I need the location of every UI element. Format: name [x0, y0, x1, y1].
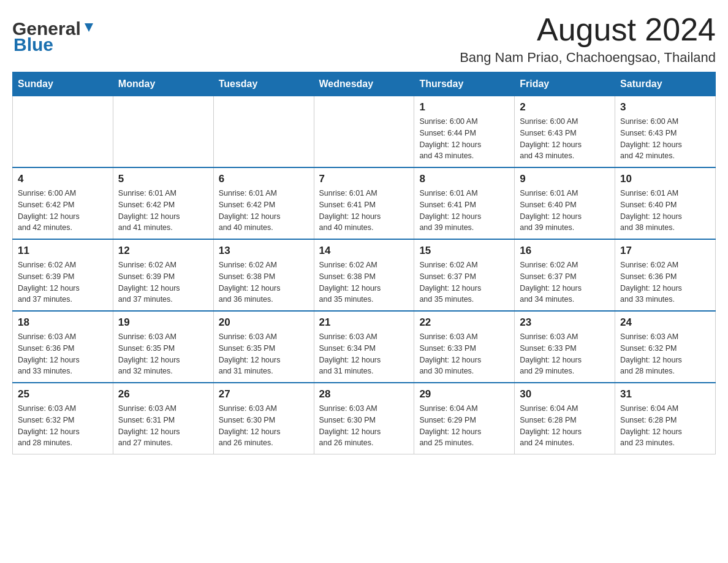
day-info: Sunrise: 6:03 AMSunset: 6:31 PMDaylight:…: [118, 403, 208, 449]
day-info: Sunrise: 6:01 AMSunset: 6:40 PMDaylight:…: [520, 188, 610, 234]
col-monday: Monday: [113, 72, 213, 96]
week-row-3: 11Sunrise: 6:02 AMSunset: 6:39 PMDayligh…: [13, 239, 716, 311]
day-number: 2: [520, 101, 610, 113]
day-info: Sunrise: 6:03 AMSunset: 6:33 PMDaylight:…: [419, 331, 509, 377]
day-number: 9: [520, 173, 610, 185]
day-info: Sunrise: 6:04 AMSunset: 6:29 PMDaylight:…: [419, 403, 509, 449]
day-cell-1-2: 6Sunrise: 6:01 AMSunset: 6:42 PMDaylight…: [213, 167, 314, 239]
day-info: Sunrise: 6:00 AMSunset: 6:43 PMDaylight:…: [620, 116, 710, 162]
day-cell-2-4: 15Sunrise: 6:02 AMSunset: 6:37 PMDayligh…: [414, 239, 515, 311]
day-info: Sunrise: 6:02 AMSunset: 6:38 PMDaylight:…: [319, 259, 409, 305]
day-info: Sunrise: 6:02 AMSunset: 6:38 PMDaylight:…: [219, 259, 309, 305]
day-info: Sunrise: 6:03 AMSunset: 6:30 PMDaylight:…: [219, 403, 309, 449]
day-number: 22: [419, 316, 509, 329]
day-number: 27: [219, 388, 309, 400]
day-cell-1-5: 9Sunrise: 6:01 AMSunset: 6:40 PMDaylight…: [515, 167, 615, 239]
day-info: Sunrise: 6:03 AMSunset: 6:35 PMDaylight:…: [219, 331, 309, 377]
day-cell-2-3: 14Sunrise: 6:02 AMSunset: 6:38 PMDayligh…: [314, 239, 414, 311]
day-info: Sunrise: 6:02 AMSunset: 6:37 PMDaylight:…: [520, 259, 610, 305]
week-row-5: 25Sunrise: 6:03 AMSunset: 6:32 PMDayligh…: [13, 383, 716, 454]
logo-blue-text: Blue: [13, 34, 53, 55]
day-info: Sunrise: 6:01 AMSunset: 6:42 PMDaylight:…: [219, 188, 309, 234]
day-number: 28: [319, 388, 409, 400]
day-info: Sunrise: 6:03 AMSunset: 6:33 PMDaylight:…: [520, 331, 610, 377]
day-number: 3: [620, 101, 710, 113]
day-number: 5: [118, 173, 208, 185]
day-cell-2-0: 11Sunrise: 6:02 AMSunset: 6:39 PMDayligh…: [13, 239, 113, 311]
day-cell-2-2: 13Sunrise: 6:02 AMSunset: 6:38 PMDayligh…: [213, 239, 314, 311]
day-number: 16: [520, 245, 610, 257]
day-cell-1-4: 8Sunrise: 6:01 AMSunset: 6:41 PMDaylight…: [414, 167, 515, 239]
day-number: 30: [520, 388, 610, 400]
day-number: 8: [419, 173, 509, 185]
day-cell-1-6: 10Sunrise: 6:01 AMSunset: 6:40 PMDayligh…: [615, 167, 716, 239]
day-cell-4-5: 30Sunrise: 6:04 AMSunset: 6:28 PMDayligh…: [515, 383, 615, 454]
day-info: Sunrise: 6:03 AMSunset: 6:34 PMDaylight:…: [319, 331, 409, 377]
day-info: Sunrise: 6:02 AMSunset: 6:39 PMDaylight:…: [18, 259, 108, 305]
col-wednesday: Wednesday: [314, 72, 414, 96]
day-cell-4-2: 27Sunrise: 6:03 AMSunset: 6:30 PMDayligh…: [213, 383, 314, 454]
day-cell-3-1: 19Sunrise: 6:03 AMSunset: 6:35 PMDayligh…: [113, 311, 213, 383]
day-number: 23: [520, 316, 610, 329]
day-cell-4-6: 31Sunrise: 6:04 AMSunset: 6:28 PMDayligh…: [615, 383, 716, 454]
col-thursday: Thursday: [414, 72, 515, 96]
day-cell-2-6: 17Sunrise: 6:02 AMSunset: 6:36 PMDayligh…: [615, 239, 716, 311]
day-cell-0-3: [314, 96, 414, 168]
day-cell-0-6: 3Sunrise: 6:00 AMSunset: 6:43 PMDaylight…: [615, 96, 716, 168]
col-friday: Friday: [515, 72, 615, 96]
title-area: August 2024 Bang Nam Priao, Chachoengsao…: [460, 12, 716, 66]
day-cell-0-2: [213, 96, 314, 168]
day-info: Sunrise: 6:03 AMSunset: 6:30 PMDaylight:…: [319, 403, 409, 449]
svg-marker-0: [85, 23, 93, 32]
day-info: Sunrise: 6:03 AMSunset: 6:32 PMDaylight:…: [620, 331, 710, 377]
day-cell-1-0: 4Sunrise: 6:00 AMSunset: 6:42 PMDaylight…: [13, 167, 113, 239]
day-cell-1-1: 5Sunrise: 6:01 AMSunset: 6:42 PMDaylight…: [113, 167, 213, 239]
day-cell-3-3: 21Sunrise: 6:03 AMSunset: 6:34 PMDayligh…: [314, 311, 414, 383]
day-info: Sunrise: 6:00 AMSunset: 6:43 PMDaylight:…: [520, 116, 610, 162]
day-info: Sunrise: 6:04 AMSunset: 6:28 PMDaylight:…: [620, 403, 710, 449]
day-number: 6: [219, 173, 309, 185]
day-number: 1: [419, 101, 509, 113]
day-info: Sunrise: 6:03 AMSunset: 6:35 PMDaylight:…: [118, 331, 208, 377]
day-cell-4-1: 26Sunrise: 6:03 AMSunset: 6:31 PMDayligh…: [113, 383, 213, 454]
day-number: 26: [118, 388, 208, 400]
day-number: 17: [620, 245, 710, 257]
day-cell-0-5: 2Sunrise: 6:00 AMSunset: 6:43 PMDaylight…: [515, 96, 615, 168]
day-info: Sunrise: 6:02 AMSunset: 6:39 PMDaylight:…: [118, 259, 208, 305]
day-info: Sunrise: 6:04 AMSunset: 6:28 PMDaylight:…: [520, 403, 610, 449]
day-info: Sunrise: 6:00 AMSunset: 6:44 PMDaylight:…: [419, 116, 509, 162]
day-info: Sunrise: 6:00 AMSunset: 6:42 PMDaylight:…: [18, 188, 108, 234]
day-cell-3-6: 24Sunrise: 6:03 AMSunset: 6:32 PMDayligh…: [615, 311, 716, 383]
week-row-1: 1Sunrise: 6:00 AMSunset: 6:44 PMDaylight…: [13, 96, 716, 168]
day-info: Sunrise: 6:01 AMSunset: 6:40 PMDaylight:…: [620, 188, 710, 234]
logo-triangle-icon: [82, 21, 96, 34]
day-cell-4-4: 29Sunrise: 6:04 AMSunset: 6:29 PMDayligh…: [414, 383, 515, 454]
day-cell-0-0: [13, 96, 113, 168]
day-number: 7: [319, 173, 409, 185]
day-cell-1-3: 7Sunrise: 6:01 AMSunset: 6:41 PMDaylight…: [314, 167, 414, 239]
day-cell-3-5: 23Sunrise: 6:03 AMSunset: 6:33 PMDayligh…: [515, 311, 615, 383]
day-info: Sunrise: 6:01 AMSunset: 6:42 PMDaylight:…: [118, 188, 208, 234]
day-cell-3-4: 22Sunrise: 6:03 AMSunset: 6:33 PMDayligh…: [414, 311, 515, 383]
day-info: Sunrise: 6:03 AMSunset: 6:32 PMDaylight:…: [18, 403, 108, 449]
month-title: August 2024: [460, 12, 716, 47]
col-saturday: Saturday: [615, 72, 716, 96]
week-row-4: 18Sunrise: 6:03 AMSunset: 6:36 PMDayligh…: [13, 311, 716, 383]
day-number: 15: [419, 245, 509, 257]
day-number: 13: [219, 245, 309, 257]
day-number: 10: [620, 173, 710, 185]
day-number: 19: [118, 316, 208, 329]
day-info: Sunrise: 6:01 AMSunset: 6:41 PMDaylight:…: [319, 188, 409, 234]
day-number: 21: [319, 316, 409, 329]
day-cell-0-4: 1Sunrise: 6:00 AMSunset: 6:44 PMDaylight…: [414, 96, 515, 168]
logo: General Blue: [12, 12, 96, 55]
day-cell-3-0: 18Sunrise: 6:03 AMSunset: 6:36 PMDayligh…: [13, 311, 113, 383]
day-number: 31: [620, 388, 710, 400]
day-cell-3-2: 20Sunrise: 6:03 AMSunset: 6:35 PMDayligh…: [213, 311, 314, 383]
day-cell-4-3: 28Sunrise: 6:03 AMSunset: 6:30 PMDayligh…: [314, 383, 414, 454]
day-number: 11: [18, 245, 108, 257]
day-number: 25: [18, 388, 108, 400]
day-cell-4-0: 25Sunrise: 6:03 AMSunset: 6:32 PMDayligh…: [13, 383, 113, 454]
day-cell-0-1: [113, 96, 213, 168]
day-info: Sunrise: 6:03 AMSunset: 6:36 PMDaylight:…: [18, 331, 108, 377]
